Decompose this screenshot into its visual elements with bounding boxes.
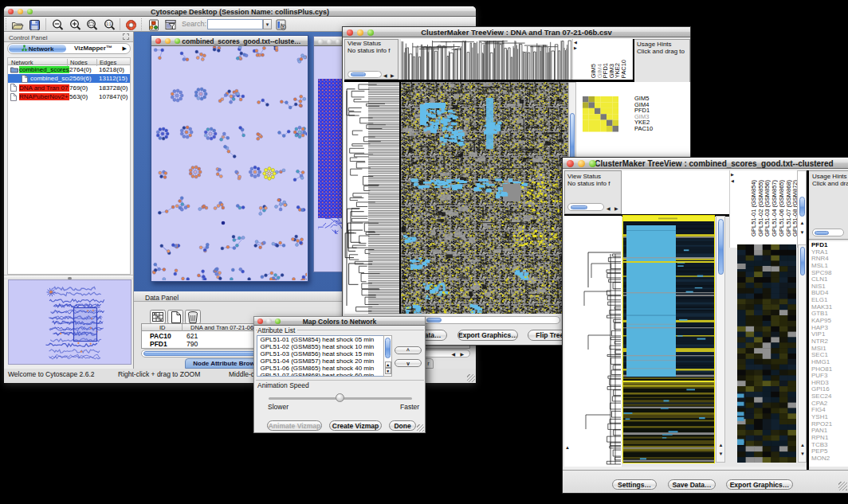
svg-text:B: B: [282, 25, 285, 29]
svg-text:1:1: 1:1: [106, 22, 112, 26]
